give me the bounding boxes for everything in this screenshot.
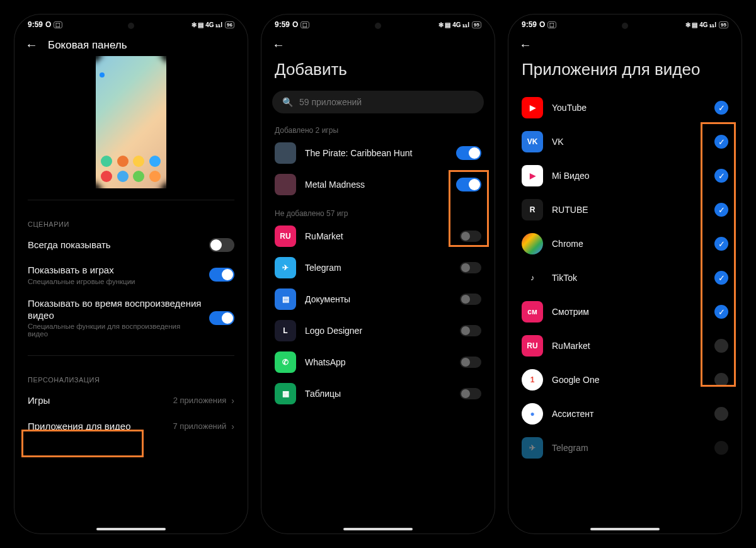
screenshot-1: 9:59 O ⬚ ✻ ▤ 4G ₁₁l 96 ← Боковая панель … xyxy=(14,14,248,534)
app-name: RUTUBE xyxy=(552,205,706,215)
nav-item-label: Приложения для видео xyxy=(28,421,131,431)
preview-dot-icon xyxy=(100,72,105,77)
check-circle[interactable]: ✓ xyxy=(714,203,728,217)
preview-illustration xyxy=(96,56,166,188)
section-personalization: ПЕРСОНАЛИЗАЦИЯ xyxy=(14,367,248,387)
setting-label: Показывать в играх xyxy=(28,265,202,277)
toggle-app[interactable] xyxy=(460,325,481,336)
app-row[interactable]: Metal Madness xyxy=(261,169,495,200)
app-row[interactable]: ✈ Telegram xyxy=(261,252,495,283)
toggle-app[interactable] xyxy=(456,146,481,160)
toggle-app[interactable] xyxy=(460,231,481,242)
app-name: Mi Видео xyxy=(552,171,706,181)
app-icon: ✆ xyxy=(275,351,296,373)
check-circle[interactable]: ✓ xyxy=(714,101,728,115)
app-name: RuMarket xyxy=(552,341,706,351)
divider xyxy=(28,355,234,356)
check-circle[interactable]: ✓ xyxy=(714,169,728,183)
toggle-app[interactable] xyxy=(460,262,481,273)
battery-icon: 95 xyxy=(472,21,481,28)
added-section-label: Добавлено 2 игры xyxy=(261,122,495,137)
app-name: Logo Designer xyxy=(305,326,451,336)
status-badge-icon: ⬚ xyxy=(54,21,62,28)
check-circle[interactable] xyxy=(714,339,728,353)
divider xyxy=(28,200,234,200)
check-circle[interactable] xyxy=(714,441,728,455)
row-show-video[interactable]: Показывать во время воспроизведения виде… xyxy=(14,292,248,345)
nav-games[interactable]: Игры 2 приложения › xyxy=(14,387,248,413)
home-indicator[interactable] xyxy=(590,528,660,530)
check-circle[interactable]: ✓ xyxy=(714,271,728,285)
app-name: Google One xyxy=(552,375,706,385)
check-circle[interactable] xyxy=(714,373,728,387)
check-circle[interactable]: ✓ xyxy=(714,305,728,319)
status-bar: 9:59 O ⬚ ✻ ▤ 4G ₁₁l 95 xyxy=(261,14,495,31)
screenshot-2: 9:59 O ⬚ ✻ ▤ 4G ₁₁l 95 ← Добавить 🔍 59 п… xyxy=(261,14,495,534)
check-circle[interactable] xyxy=(714,407,728,421)
back-icon[interactable]: ← xyxy=(519,38,532,52)
status-icons: ✻ ▤ 4G ₁₁l xyxy=(438,21,469,28)
app-row[interactable]: ▶ Mi Видео ✓ xyxy=(508,159,742,193)
app-row[interactable]: VK VK ✓ xyxy=(508,125,742,159)
app-row[interactable]: 1 Google One xyxy=(508,363,742,397)
back-icon[interactable]: ← xyxy=(272,38,285,52)
nav-header: ← xyxy=(508,31,742,56)
app-row[interactable]: RU RuMarket xyxy=(508,329,742,363)
app-row[interactable]: R RUTUBE ✓ xyxy=(508,193,742,227)
app-row[interactable]: ▤ Документы xyxy=(261,283,495,315)
app-name: Ассистент xyxy=(552,409,706,419)
app-icon: 1 xyxy=(522,369,543,391)
home-indicator[interactable] xyxy=(96,528,166,530)
app-icon: ▶ xyxy=(522,97,543,118)
nav-item-label: Игры xyxy=(28,395,50,406)
section-scenarios: СЦЕНАРИИ xyxy=(14,212,248,232)
page-title: Боковая панель xyxy=(48,39,127,52)
app-name: Документы xyxy=(305,294,451,304)
nav-item-value: 7 приложений xyxy=(173,421,227,431)
search-icon: 🔍 xyxy=(282,97,293,107)
back-icon[interactable]: ← xyxy=(25,38,38,52)
status-time: 9:59 xyxy=(28,20,43,29)
toggle-app[interactable] xyxy=(460,357,481,368)
toggle-app[interactable] xyxy=(460,294,481,305)
setting-label: Показывать во время воспроизведения виде… xyxy=(28,298,202,322)
row-show-games[interactable]: Показывать в играх Специальные игровые ф… xyxy=(14,258,248,292)
toggle-video[interactable] xyxy=(209,311,234,325)
app-row[interactable]: см Смотрим ✓ xyxy=(508,295,742,329)
toggle-app[interactable] xyxy=(456,178,481,191)
app-icon: ✈ xyxy=(275,257,296,278)
app-name: YouTube xyxy=(552,103,706,113)
nav-video-apps[interactable]: Приложения для видео 7 приложений › xyxy=(14,413,248,439)
app-row[interactable]: ▦ Таблицы xyxy=(261,378,495,409)
check-circle[interactable]: ✓ xyxy=(714,237,728,251)
app-row[interactable]: L Logo Designer xyxy=(261,315,495,346)
app-name: Telegram xyxy=(552,443,706,453)
app-name: RuMarket xyxy=(305,231,451,241)
app-row[interactable]: ● Ассистент xyxy=(508,397,742,431)
home-indicator[interactable] xyxy=(343,528,413,530)
app-icon: ▦ xyxy=(275,383,296,404)
toggle-always[interactable] xyxy=(209,238,234,252)
app-row[interactable]: ✈ Telegram xyxy=(508,431,742,465)
check-circle[interactable]: ✓ xyxy=(714,135,728,149)
app-icon xyxy=(522,233,543,254)
row-always-show[interactable]: Всегда показывать xyxy=(14,232,248,258)
app-row[interactable]: The Pirate: Caribbean Hunt xyxy=(261,137,495,169)
app-icon xyxy=(275,174,296,195)
app-name: TikTok xyxy=(552,273,706,283)
app-row[interactable]: ✆ WhatsApp xyxy=(261,346,495,378)
toggle-games[interactable] xyxy=(209,268,234,282)
app-row[interactable]: ♪ TikTok ✓ xyxy=(508,261,742,295)
toggle-app[interactable] xyxy=(460,388,481,399)
app-row[interactable]: RU RuMarket xyxy=(261,220,495,252)
app-row[interactable]: Chrome ✓ xyxy=(508,227,742,261)
app-name: Chrome xyxy=(552,239,706,249)
setting-label: Всегда показывать xyxy=(28,239,202,251)
app-row[interactable]: ▶ YouTube ✓ xyxy=(508,91,742,125)
app-icon: ♪ xyxy=(522,267,543,288)
app-icon: ● xyxy=(522,403,543,425)
app-icon: L xyxy=(275,320,296,341)
search-input[interactable]: 🔍 59 приложений xyxy=(272,91,484,113)
app-name: The Pirate: Caribbean Hunt xyxy=(305,148,447,158)
status-icon: O xyxy=(292,20,298,29)
